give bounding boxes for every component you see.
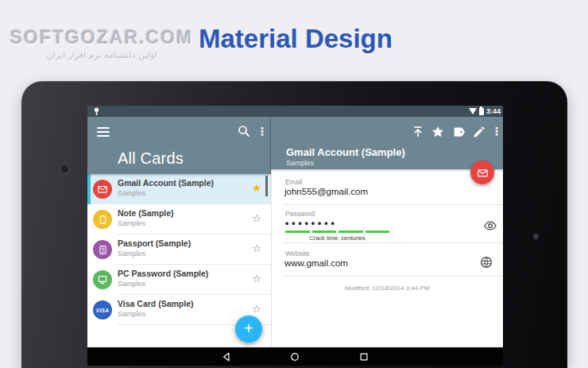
overflow-menu-icon[interactable]: ⋮ [257,124,268,138]
card-subtitle: Samples [118,310,145,318]
watermark-brand: SOFTGOZAR.COM [6,27,197,48]
card-type-envelope-fab[interactable] [470,161,494,184]
selection-accent [87,174,91,204]
card-subtitle: Samples [118,189,145,197]
search-icon[interactable] [237,124,251,138]
visa-icon: VISA [93,300,112,320]
clock-text: 3:44 [486,107,501,115]
card-subtitle: Samples [118,280,145,288]
list-item-note[interactable]: Note (Sample) Samples ☆ [87,204,271,234]
detail-overflow-menu-icon[interactable]: ⋮ [491,124,502,138]
website-value: www.gmail.com [284,258,348,268]
list-item-gmail[interactable]: Gmail Account (Sample) Samples ★ [87,174,271,204]
add-card-fab[interactable]: + [235,316,262,343]
list-scrollbar[interactable] [265,176,268,196]
hamburger-menu-icon[interactable] [97,127,110,137]
list-title: All Cards [118,149,184,168]
favorite-star-icon[interactable] [431,125,445,139]
field-divider [284,204,503,205]
modified-timestamp: Modified: 12/18/2014 3:44 PM [271,285,503,292]
star-toggle[interactable]: ☆ [252,273,261,285]
card-title: Passport (Sample) [118,238,191,248]
password-label: Password [285,210,315,218]
recents-icon[interactable] [359,352,369,362]
list-item-pc-password[interactable]: PC Password (Sample) Samples ☆ [87,265,271,295]
show-password-eye-icon[interactable] [483,219,497,233]
android-nav-bar [87,347,503,366]
notification-icon [93,107,100,116]
label-tag-icon[interactable] [452,125,466,139]
edit-pencil-icon[interactable] [472,125,486,139]
front-camera-icon [60,164,70,174]
detail-app-bar: ⋮ Gmail Account (Sample) Samples [271,117,503,169]
card-title: Note (Sample) [118,208,174,218]
note-icon [93,210,112,229]
monitor-icon [93,270,112,289]
watermark-tagline: اولین دانشنامه نرم افزار ایران [6,50,197,60]
upload-icon[interactable] [411,125,425,139]
card-title: PC Password (Sample) [118,269,208,278]
password-strength-bar [285,230,389,233]
password-value: •••••••• [285,218,338,229]
card-title: Gmail Account (Sample) [118,178,214,188]
list-item-passport[interactable]: Passport (Sample) Samples ☆ [87,234,271,265]
field-divider [284,242,503,243]
email-value: john555@gmail.com [284,187,368,196]
detail-subtitle: Samples [286,159,314,167]
crack-time-text: Crack time: centuries [285,234,389,242]
tablet-device: 3:44 ⋮ All Cards [21,81,567,368]
battery-icon [479,108,484,115]
wifi-icon [469,108,477,114]
star-toggle[interactable]: ★ [252,183,261,194]
card-subtitle: Samples [118,219,145,227]
card-title: Visa Card (Sample) [118,299,194,308]
star-toggle[interactable]: ☆ [252,213,261,224]
field-divider [284,276,503,277]
website-label: Website [285,250,310,258]
status-bar: 3:44 [87,106,503,117]
detail-title: Gmail Account (Sample) [286,146,405,158]
sensor-dot-icon [533,234,539,239]
back-icon[interactable] [222,352,231,362]
passport-icon [93,240,112,259]
tablet-screen: 3:44 ⋮ All Cards [87,106,503,366]
card-subtitle: Samples [118,250,145,258]
watermark: SOFTGOZAR.COM اولین دانشنامه نرم افزار ا… [6,27,197,60]
list-app-bar: ⋮ All Cards [87,117,271,174]
page-title: Material Design [199,24,393,54]
envelope-icon [93,180,112,199]
home-icon[interactable] [290,352,300,362]
email-label: Email [285,178,302,186]
open-website-globe-icon[interactable] [479,255,493,269]
star-toggle[interactable]: ☆ [252,304,261,315]
star-toggle[interactable]: ☆ [252,243,261,254]
panel-divider [271,174,272,347]
